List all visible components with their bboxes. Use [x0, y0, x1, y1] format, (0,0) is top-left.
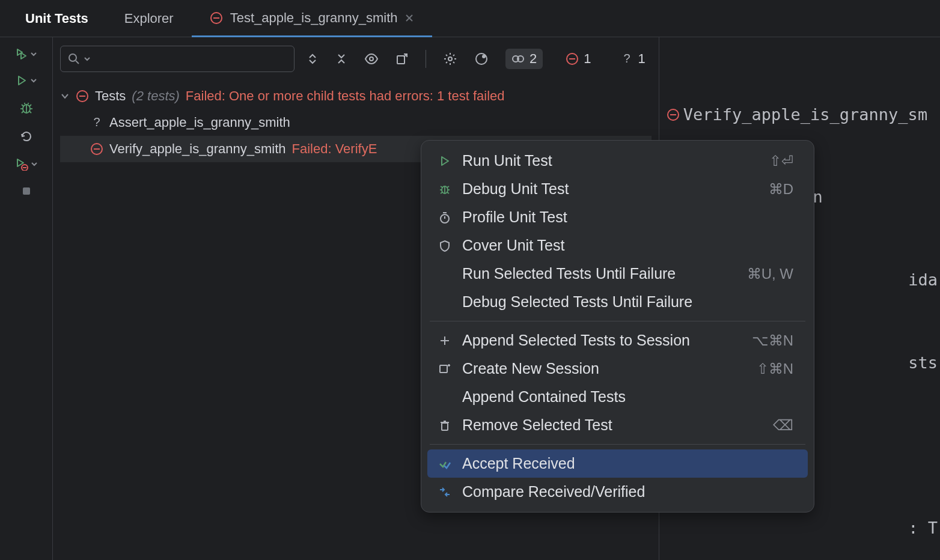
- menu-shortcut: ⇧⌘N: [757, 361, 793, 377]
- menu-run-until-failure[interactable]: Run Selected Tests Until Failure ⌘U, W: [427, 260, 808, 288]
- accept-icon: [437, 457, 453, 470]
- svg-line-39: [447, 186, 449, 187]
- menu-debug[interactable]: Debug Unit Test ⌘D: [427, 175, 808, 203]
- tests-count-chip[interactable]: 2: [505, 49, 543, 69]
- svg-line-38: [441, 186, 442, 187]
- svg-line-10: [22, 111, 23, 113]
- chevron-down-icon: [84, 55, 91, 62]
- run-icon: [437, 155, 453, 167]
- tree-item-assert[interactable]: ? Assert_apple_is_granny_smith: [60, 109, 652, 136]
- tests-count: 2: [530, 51, 537, 67]
- menu-label: Run Unit Test: [462, 152, 760, 169]
- menu-shortcut: ⌘D: [769, 181, 793, 198]
- trash-icon: [437, 419, 453, 431]
- tab-file[interactable]: Test_apple_is_granny_smith: [192, 0, 433, 37]
- debug-button[interactable]: [19, 101, 34, 115]
- gear-icon[interactable]: [443, 52, 457, 66]
- search-input[interactable]: [60, 46, 295, 72]
- menu-run[interactable]: Run Unit Test ⇧⏎: [427, 147, 808, 175]
- tree-root[interactable]: Tests (2 tests) Failed: One or more chil…: [60, 83, 652, 109]
- run-failed-button[interactable]: [15, 157, 38, 171]
- menu-label: Append Contained Tests: [462, 388, 793, 406]
- rerun-button[interactable]: [20, 130, 33, 143]
- menu-label: Debug Selected Tests Until Failure: [462, 293, 793, 311]
- menu-create-session[interactable]: Create New Session ⇧⌘N: [427, 355, 808, 383]
- action-gutter: [0, 37, 53, 560]
- menu-compare[interactable]: Compare Received/Verified: [427, 478, 808, 506]
- bug-icon: [437, 183, 453, 196]
- chevron-down-icon: [60, 91, 70, 101]
- toolbar: 2 1 ? 1: [60, 46, 652, 72]
- menu-accept-received[interactable]: Accept Received: [427, 449, 808, 478]
- fail-icon: [667, 108, 680, 121]
- svg-line-16: [76, 61, 79, 64]
- svg-line-41: [447, 192, 449, 193]
- svg-point-21: [483, 55, 485, 58]
- plus-icon: [437, 335, 453, 346]
- menu-remove[interactable]: Remove Selected Test ⌫: [427, 411, 808, 439]
- chevron-down-icon: [30, 77, 37, 84]
- tree-root-meta: (2 tests): [132, 88, 179, 104]
- new-session-icon: [437, 363, 453, 375]
- menu-label: Create New Session: [462, 360, 747, 377]
- tab-explorer[interactable]: Explorer: [106, 0, 192, 37]
- menu-label: Append Selected Tests to Session: [462, 332, 742, 349]
- menu-append-session[interactable]: Append Selected Tests to Session ⌥⌘N: [427, 326, 808, 355]
- eye-icon[interactable]: [364, 52, 379, 66]
- svg-rect-50: [442, 423, 448, 430]
- menu-divider: [430, 321, 805, 321]
- tab-unit-tests[interactable]: Unit Tests: [7, 0, 106, 37]
- close-icon[interactable]: [404, 13, 414, 23]
- menu-label: Run Selected Tests Until Failure: [462, 265, 737, 282]
- shield-icon: [437, 240, 453, 252]
- menu-label: Debug Unit Test: [462, 180, 759, 198]
- tree-item-label: Assert_apple_is_granny_smith: [109, 115, 290, 130]
- expand-icon[interactable]: [307, 53, 319, 65]
- stop-button[interactable]: [20, 185, 32, 197]
- tree-root-error: Failed: One or more child tests had erro…: [186, 88, 505, 104]
- tests-icon: [511, 52, 525, 65]
- output-title: Verify_apple_is_granny_sm: [683, 101, 927, 129]
- collapse-icon[interactable]: [335, 53, 347, 65]
- compare-icon: [437, 485, 453, 499]
- menu-shortcut: ⌥⌘N: [752, 332, 793, 349]
- menu-profile[interactable]: Profile Unit Test: [427, 203, 808, 231]
- run-button[interactable]: [16, 75, 37, 87]
- failed-count: 1: [584, 51, 591, 67]
- menu-append-contained[interactable]: Append Contained Tests: [427, 383, 808, 411]
- tab-bar: Unit Tests Explorer Test_apple_is_granny…: [0, 0, 940, 37]
- coverage-icon[interactable]: [474, 52, 489, 66]
- menu-label: Remove Selected Test: [462, 416, 763, 434]
- unknown-count-chip[interactable]: ? 1: [614, 49, 652, 69]
- search-icon: [68, 53, 80, 65]
- svg-line-9: [29, 105, 31, 106]
- menu-label: Accept Received: [462, 455, 793, 472]
- fail-icon: [210, 11, 223, 25]
- tree-item-error: Failed: VerifyE: [292, 141, 377, 157]
- stopwatch-icon: [437, 212, 453, 224]
- fail-icon: [90, 142, 103, 156]
- tab-label: Unit Tests: [25, 11, 88, 26]
- fail-icon: [76, 90, 89, 103]
- menu-divider: [430, 444, 805, 445]
- menu-label: Cover Unit Test: [462, 237, 793, 254]
- unknown-icon: ?: [90, 116, 103, 129]
- fail-icon: [566, 52, 579, 65]
- svg-line-40: [441, 192, 442, 193]
- export-icon[interactable]: [395, 52, 409, 65]
- tree-item-label: Verify_apple_is_granny_smith: [109, 141, 286, 157]
- output-line: : T: [667, 514, 940, 542]
- failed-count-chip[interactable]: 1: [560, 49, 597, 69]
- run-all-button[interactable]: [16, 48, 37, 60]
- svg-line-11: [29, 111, 31, 113]
- unknown-icon: ?: [620, 52, 633, 65]
- menu-debug-until-failure[interactable]: Debug Selected Tests Until Failure: [427, 288, 808, 316]
- tab-label: Test_apple_is_granny_smith: [230, 10, 398, 26]
- svg-line-8: [22, 105, 23, 106]
- svg-rect-14: [23, 187, 30, 195]
- svg-rect-18: [397, 56, 404, 64]
- menu-label: Profile Unit Test: [462, 208, 793, 226]
- menu-cover[interactable]: Cover Unit Test: [427, 231, 808, 260]
- tab-label: Explorer: [124, 11, 174, 26]
- tree-root-label: Tests: [95, 88, 126, 104]
